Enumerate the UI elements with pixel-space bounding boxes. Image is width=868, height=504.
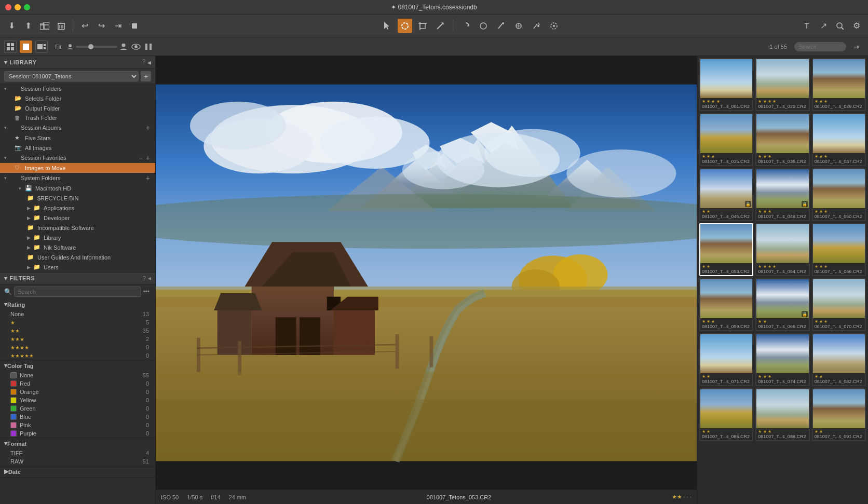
filter-more-button[interactable]: ••• xyxy=(141,288,151,295)
thumb-046[interactable]: 🔒 ★ ★ 081007_T...s_046.CR2 xyxy=(699,168,753,221)
import-button[interactable]: ⬇ xyxy=(4,19,19,33)
thumb-048[interactable]: 🔒 ★ ★ ★ 081007_T...s_048.CR2 xyxy=(755,168,809,221)
favorites-add-button[interactable]: + xyxy=(145,154,151,161)
thumb-074[interactable]: ★ ★ ★ 081007_T...s_074.CR2 xyxy=(755,333,809,386)
color-tag-header[interactable]: ▾ Color Tag xyxy=(0,360,155,371)
filters-toggle-icon[interactable]: ◂ xyxy=(148,275,151,282)
export-button[interactable]: ⬆ xyxy=(21,19,35,33)
rating-5star-row[interactable]: ★★★★★ 0 xyxy=(0,351,155,360)
open-folder-button[interactable] xyxy=(37,19,52,33)
user-guides-item[interactable]: 📁 User Guides And Information xyxy=(0,252,155,262)
color-red-row[interactable]: Red 0 xyxy=(0,379,155,388)
delete-button[interactable] xyxy=(54,19,69,33)
rating-1star-row[interactable]: ★ 5 xyxy=(0,318,155,326)
date-header[interactable]: ▶ Date xyxy=(0,466,155,477)
trash-folder-item[interactable]: 🗑 Trash Folder xyxy=(0,113,155,122)
rating-2star-row[interactable]: ★★ 35 xyxy=(0,326,155,335)
rating-none-row[interactable]: None 13 xyxy=(0,310,155,318)
thumb-050[interactable]: ★ ★ ★ 081007_T...s_050.CR2 xyxy=(812,168,866,221)
selects-folder-item[interactable]: 📂 Selects Folder xyxy=(0,93,155,103)
zoom-tool[interactable] xyxy=(833,19,847,33)
albums-add-button[interactable]: + xyxy=(145,124,151,131)
thumb-054[interactable]: ★ ★ ★ ★ 081007_T...s_054.CR2 xyxy=(755,223,809,276)
main-image-area[interactable] xyxy=(156,56,697,489)
format-header[interactable]: ▾ Format xyxy=(0,438,155,449)
thumb-053[interactable]: ★ ★ 081007_T...s_053.CR2 xyxy=(699,223,753,276)
rating-3star-row[interactable]: ★★★ 2 xyxy=(0,335,155,343)
filter-search-input[interactable] xyxy=(14,287,141,297)
recycle-bin-item[interactable]: 📁 $RECYCLE.BIN xyxy=(0,193,155,203)
applications-item[interactable]: ▶ 📁 Applications xyxy=(0,203,155,213)
rotate-cw-tool[interactable] xyxy=(458,19,473,33)
rotate-button[interactable]: ⏹ xyxy=(127,19,142,33)
all-images-item[interactable]: 📷 All Images xyxy=(0,143,155,153)
session-folders-header[interactable]: ▾ Session Folders xyxy=(0,84,155,93)
color-blue-row[interactable]: Blue 0 xyxy=(0,413,155,421)
output-folder-item[interactable]: 📂 Output Folder xyxy=(0,103,155,113)
images-to-move-item[interactable]: ♡ Images to Move xyxy=(0,163,155,173)
clone-tool[interactable] xyxy=(511,19,526,33)
cursor-tool[interactable] xyxy=(380,19,395,33)
format-raw-row[interactable]: RAW 51 xyxy=(0,457,155,466)
thumb-036[interactable]: ★ ★ ★ 081007_T...s_036.CR2 xyxy=(755,113,809,166)
thumb-088[interactable]: ★ ★ ★ 081007_T...s_088.CR2 xyxy=(755,388,809,441)
settings-button[interactable]: ⚙ xyxy=(849,19,864,33)
rating-header[interactable]: ▾ Rating xyxy=(0,299,155,310)
thumb-082[interactable]: ★ ★ 081007_T...s_082.CR2 xyxy=(812,333,866,386)
library-header[interactable]: ▾ LIBRARY ? ◂ xyxy=(0,56,155,69)
heal-tool[interactable] xyxy=(529,19,544,33)
five-stars-item[interactable]: ★ Five Stars xyxy=(0,133,155,143)
zoom-slider[interactable] xyxy=(76,46,117,48)
thumb-071[interactable]: ★ ★ 081007_T...s_071.CR2 xyxy=(699,333,753,386)
view-filmstrip-button[interactable] xyxy=(35,40,48,53)
search-input[interactable] xyxy=(794,42,846,51)
thumb-056[interactable]: ★ ★ ★ 081007_T...s_056.CR2 xyxy=(812,223,866,276)
thumb-020[interactable]: ★ ★ ★ ★ 081007_T...s_020.CR2 xyxy=(755,58,809,111)
panel-toggle-icon[interactable]: ◂ xyxy=(147,58,151,66)
color-purple-row[interactable]: Purple 0 xyxy=(0,429,155,438)
undo-button[interactable]: ↩ xyxy=(77,19,92,33)
thumb-085[interactable]: ★ ★ 081007_T...s_085.CR2 xyxy=(699,388,753,441)
view-grid-button[interactable] xyxy=(4,40,17,53)
thumb-037[interactable]: ★ ★ ★ 081007_T...s_037.CR2 xyxy=(812,113,866,166)
system-folders-header[interactable]: ▾ System Folders + xyxy=(0,173,155,183)
system-folders-add-button[interactable]: + xyxy=(145,174,151,182)
session-add-button[interactable]: + xyxy=(141,71,151,81)
straighten-tool[interactable] xyxy=(433,19,447,33)
filters-help-button[interactable]: ? xyxy=(143,275,146,282)
thumb-066[interactable]: 🔒 ★ ★ 081007_T...s_066.CR2 xyxy=(755,278,809,331)
circle-select-tool[interactable] xyxy=(476,19,491,33)
color-green-row[interactable]: Green 0 xyxy=(0,404,155,413)
paint-tool[interactable] xyxy=(494,19,508,33)
redo-button[interactable]: ↪ xyxy=(94,19,108,33)
thumb-029[interactable]: ★ ★ ★ 081007_T...s_029.CR2 xyxy=(812,58,866,111)
arrow-tool[interactable]: ↗ xyxy=(816,19,831,33)
nik-software-item[interactable]: ▶ 📁 Nik Software xyxy=(0,242,155,252)
forward-button[interactable]: ⇥ xyxy=(111,19,125,33)
lasso-tool[interactable] xyxy=(398,19,412,33)
format-tiff-row[interactable]: TIFF 4 xyxy=(0,449,155,457)
maximize-button[interactable] xyxy=(24,4,30,10)
library-folder-item[interactable]: ▶ 📁 Library xyxy=(0,233,155,242)
users-item[interactable]: ▶ 📁 Users xyxy=(0,262,155,272)
color-orange-row[interactable]: Orange 0 xyxy=(0,388,155,396)
macintosh-hd-item[interactable]: ▾ 💾 Macintosh HD xyxy=(0,183,155,193)
thumb-070[interactable]: ★ ★ ★ 081007_T...s_070.CR2 xyxy=(812,278,866,331)
thumb-059[interactable]: ★ ★ ★ 081007_T...s_059.CR2 xyxy=(699,278,753,331)
view-single-button[interactable] xyxy=(20,40,32,53)
color-pink-row[interactable]: Pink 0 xyxy=(0,421,155,429)
thumb-035[interactable]: ★ ★ ★ 081007_T...s_035.CR2 xyxy=(699,113,753,166)
incompatible-software-item[interactable]: 📁 Incompatible Software xyxy=(0,223,155,233)
spin-tool[interactable] xyxy=(547,19,561,33)
crop-tool[interactable] xyxy=(415,19,430,33)
search-expand-button[interactable]: ⇥ xyxy=(849,39,864,54)
thumb-001[interactable]: ★ ★ ★ ★ 081007_T...s_001.CR2 xyxy=(699,58,753,111)
rating-4star-row[interactable]: ★★★★ 0 xyxy=(0,343,155,351)
thumb-091[interactable]: ★ ★ 081007_T...s_091.CR2 xyxy=(812,388,866,441)
minimize-button[interactable] xyxy=(15,4,21,10)
text-tool[interactable]: T xyxy=(799,19,814,33)
color-none-row[interactable]: None 55 xyxy=(0,371,155,379)
close-button[interactable] xyxy=(5,4,11,10)
color-yellow-row[interactable]: Yellow 0 xyxy=(0,396,155,404)
developer-item[interactable]: ▶ 📁 Developer xyxy=(0,213,155,223)
